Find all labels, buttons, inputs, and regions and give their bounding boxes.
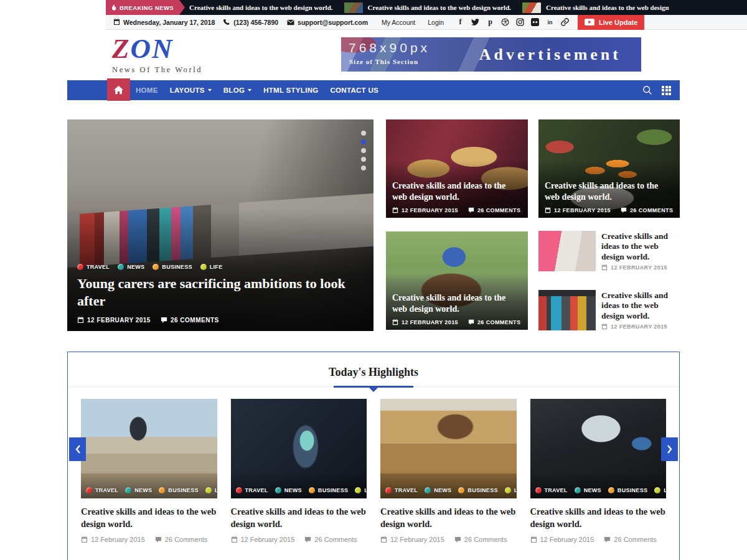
support-email[interactable]: support@support.com (287, 19, 368, 26)
ad-label-text: Advertisement (479, 45, 621, 64)
article-card[interactable]: Creative skills and ideas to the web des… (386, 231, 528, 330)
category-tag-travel[interactable]: TRAVEL (236, 487, 268, 493)
category-tag-news[interactable]: NEWS (118, 264, 144, 270)
category-tag-life[interactable]: LIFE (355, 487, 367, 493)
support-email-text[interactable]: support@support.com (298, 19, 368, 26)
live-update-label: Live Update (599, 19, 637, 26)
article-card[interactable]: Creative skills and ideas to the web des… (538, 119, 680, 218)
article-title[interactable]: Creative skills and ideas to the web des… (392, 292, 522, 315)
hero-comments[interactable]: 26 COMMENTS (161, 317, 219, 324)
linkedin-icon[interactable]: in (546, 18, 554, 26)
category-tag-travel[interactable]: TRAVEL (86, 487, 118, 493)
category-tag-news[interactable]: NEWS (425, 487, 451, 493)
category-dot (355, 487, 361, 493)
nav-item-layouts[interactable]: LAYOUTS (170, 86, 212, 94)
heading-underline-arrow (369, 388, 378, 392)
category-tag-life[interactable]: LIFE (200, 264, 223, 270)
slider-dot-active[interactable] (361, 139, 366, 144)
ticker-item[interactable]: Creative skills and ideas to the web des… (344, 2, 512, 13)
nav-item-contact-us[interactable]: CONTACT US (330, 86, 378, 94)
highlight-date: 12 February 2015 (380, 536, 444, 543)
facebook-icon[interactable]: f (456, 18, 464, 26)
article-title[interactable]: Creative skills and ideas to the web des… (545, 180, 674, 203)
link-icon[interactable] (561, 18, 569, 26)
highlight-card[interactable]: TRAVEL NEWS BUSINESS LIFE Creative skill… (81, 399, 217, 543)
highlight-date: 12 February 2015 (231, 536, 295, 543)
category-tag-business[interactable]: BUSINESS (159, 487, 198, 493)
instagram-icon[interactable] (516, 18, 524, 26)
highlight-title[interactable]: Creative skills and ideas to the web des… (530, 506, 667, 530)
slider-dot[interactable] (361, 131, 366, 136)
search-icon[interactable] (642, 85, 652, 95)
hero-article-card[interactable]: TRAVEL NEWS BUSINESS LIFE Young carers a… (67, 119, 374, 331)
article-thumbnail-vaccine (538, 231, 596, 271)
article-comments[interactable]: 26 COMMENTS (468, 207, 520, 213)
highlight-card[interactable]: TRAVEL NEWS BUSINESS LIFE Creative skill… (231, 399, 367, 543)
my-account-link[interactable]: My Account (382, 19, 415, 26)
article-comments[interactable]: 26 COMMENTS (621, 207, 673, 213)
highlight-comments[interactable]: 26 Comments (454, 536, 507, 543)
nav-item-blog[interactable]: BLOG (223, 86, 251, 94)
flickr-icon[interactable] (531, 18, 539, 26)
category-tags: TRAVEL NEWS BUSINESS LIFE (380, 471, 517, 498)
highlight-card[interactable]: TRAVEL NEWS BUSINESS LIFE Creative skill… (380, 399, 517, 543)
hero-meta: 12 FEBRUARY 2015 26 COMMENTS (77, 317, 364, 324)
category-tag-business[interactable]: BUSINESS (153, 264, 192, 270)
slider-dot[interactable] (361, 148, 366, 153)
ticker-item[interactable]: Creative skills and ideas to the web des… (522, 2, 669, 13)
slider-dot[interactable] (361, 157, 366, 162)
article-title[interactable]: Creative skills and ideas to the web des… (601, 231, 680, 262)
article-title[interactable]: Creative skills and ideas to the web des… (601, 291, 680, 321)
highlight-comments[interactable]: 26 Comments (304, 536, 357, 543)
category-tag-life[interactable]: LIFE (205, 487, 217, 493)
highlights-card-row: TRAVEL NEWS BUSINESS LIFE Creative skill… (68, 387, 679, 543)
category-tag-business[interactable]: BUSINESS (608, 487, 647, 493)
slider-dot[interactable] (361, 166, 366, 170)
category-dot (309, 487, 315, 493)
nav-item-html-styling[interactable]: HTML STYLING (263, 86, 318, 94)
phone-number-text[interactable]: (123) 456-7890 (233, 19, 278, 26)
home-button[interactable] (107, 78, 130, 101)
comment-icon (155, 536, 162, 543)
twitter-icon[interactable] (471, 18, 479, 26)
ticker-item[interactable]: Creative skills and ideas to the web des… (189, 4, 333, 11)
advertisement-banner[interactable]: 768x90px Size of This Section Advertisem… (341, 37, 641, 72)
category-tag-travel[interactable]: TRAVEL (385, 487, 418, 493)
highlight-comments[interactable]: 26 Comments (604, 536, 656, 543)
dribbble-icon[interactable] (501, 18, 509, 26)
highlight-title[interactable]: Creative skills and ideas to the web des… (81, 506, 217, 530)
calendar-icon (113, 19, 120, 26)
article-list-item[interactable]: Creative skills and ideas to the web des… (538, 290, 680, 331)
category-tag-business[interactable]: BUSINESS (458, 487, 497, 493)
category-tag-news[interactable]: NEWS (125, 487, 152, 493)
current-date: Wednesday, January 17, 2018 (113, 19, 215, 26)
category-tag-travel[interactable]: TRAVEL (77, 264, 110, 270)
article-title[interactable]: Creative skills and ideas to the web des… (392, 180, 522, 203)
login-link[interactable]: Login (428, 19, 444, 26)
category-tag-news[interactable]: NEWS (575, 487, 601, 493)
category-tag-life[interactable]: LIFE (654, 487, 666, 493)
article-card[interactable]: Creative skills and ideas to the web des… (386, 119, 528, 218)
category-tag-life[interactable]: LIFE (505, 487, 517, 493)
category-tag-news[interactable]: NEWS (275, 487, 302, 493)
hero-article-title[interactable]: Young carers are sacrificing ambitions t… (77, 275, 364, 310)
carousel-prev-button[interactable] (69, 437, 86, 461)
carousel-next-button[interactable] (661, 437, 678, 461)
pinterest-icon[interactable]: p (486, 18, 494, 26)
grid-menu-icon[interactable] (662, 86, 671, 95)
highlight-title[interactable]: Creative skills and ideas to the web des… (380, 506, 517, 530)
ticker-text[interactable]: Creative skills and ideas to the web des… (189, 4, 333, 11)
article-comments[interactable]: 26 COMMENTS (468, 319, 520, 325)
category-tag-business[interactable]: BUSINESS (309, 487, 348, 493)
highlight-card[interactable]: TRAVEL NEWS BUSINESS LIFE Creative skill… (530, 399, 667, 543)
live-update-button[interactable]: Live Update (578, 15, 644, 30)
highlight-title[interactable]: Creative skills and ideas to the web des… (231, 506, 367, 530)
article-list-item[interactable]: Creative skills and ideas to the web des… (538, 231, 680, 272)
nav-item-home[interactable]: HOME (136, 86, 158, 94)
ticker-text[interactable]: Creative skills and ideas to the web des… (546, 4, 669, 11)
phone-number[interactable]: (123) 456-7890 (223, 19, 278, 26)
highlight-comments[interactable]: 26 Comments (155, 536, 207, 543)
site-logo[interactable]: ZON News Of The World (112, 35, 202, 75)
category-tag-travel[interactable]: TRAVEL (535, 487, 568, 493)
ticker-text[interactable]: Creative skills and ideas to the web des… (368, 4, 512, 11)
